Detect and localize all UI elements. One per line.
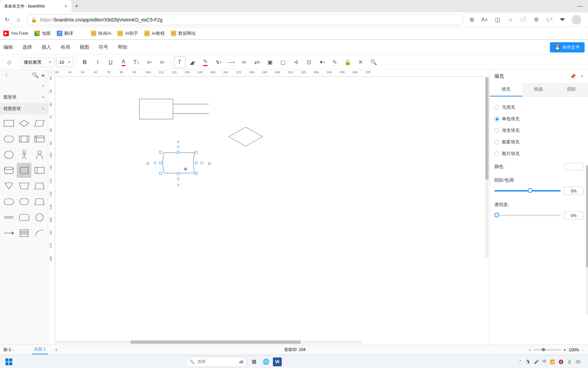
task-view-icon[interactable]: ⊞ — [248, 357, 259, 367]
zoom-out-button[interactable]: − — [528, 348, 531, 352]
url-input[interactable]: 🔒 https://boardmix.cn/app/editor/X6d2bjV… — [27, 14, 463, 25]
horizontal-scrollbar[interactable] — [56, 340, 362, 344]
menu-help[interactable]: 帮助 — [118, 44, 127, 50]
menu-select[interactable]: 选择 — [22, 44, 32, 50]
tray-mic-icon[interactable]: 🎤 — [534, 359, 539, 364]
menu-layout[interactable]: 布局 — [61, 44, 70, 50]
canvas-shape-rectangle[interactable] — [139, 99, 173, 119]
italic-icon[interactable]: I — [92, 57, 103, 68]
tray-ime-icon[interactable]: 中 — [542, 359, 546, 365]
zoom-level[interactable]: 100% — [569, 348, 579, 352]
bookmark-data-sites[interactable]: 🗀数据网址 — [171, 30, 196, 36]
page-dropdown[interactable]: 面-1 ⌄ — [3, 347, 15, 353]
fill-image-radio[interactable]: 图片填充 — [494, 148, 583, 159]
edit-icon[interactable]: ✎ — [329, 57, 341, 68]
arrow-down-icon[interactable]: ▼ — [176, 182, 181, 188]
bookmark-youtube[interactable]: ▶YouTube — [3, 31, 28, 36]
tray-time[interactable]: 20: — [575, 359, 581, 364]
send-back-icon[interactable]: ▢ — [277, 57, 289, 68]
tray-app-icon[interactable]: 🐧 — [525, 359, 530, 364]
fill-pattern-radio[interactable]: 图案填充 — [494, 136, 583, 148]
font-family-select[interactable]: 微软雅黑▼ — [21, 58, 55, 67]
text-size-icon[interactable]: Aあ — [481, 16, 488, 23]
shape-circle2[interactable] — [32, 210, 47, 225]
line-color-icon[interactable]: ✎ — [200, 57, 211, 68]
fill-solid-radio[interactable]: 单色填充 — [494, 113, 583, 125]
line-style-icon[interactable]: —▾ — [226, 57, 237, 68]
bookmark-ai-assistant[interactable]: 🗀AI助手 — [117, 30, 138, 36]
pin-icon[interactable]: 📌 — [570, 74, 576, 79]
panel-section-shapes[interactable]: 图形状× — [0, 91, 48, 103]
tab-shadow[interactable]: 阴影 — [555, 83, 588, 96]
save-button[interactable]: 💾 保存文件 — [550, 42, 585, 52]
favorite-icon[interactable]: ☆ — [507, 16, 514, 23]
search-icon[interactable]: 🔍 — [368, 57, 379, 68]
shape-card[interactable] — [32, 163, 47, 178]
page-tab[interactable]: 页面-1 — [32, 345, 48, 354]
tab-fill[interactable]: 填充 — [490, 83, 522, 96]
shape-trapezoid[interactable] — [17, 179, 31, 194]
canvas-shape-diamond[interactable] — [229, 127, 263, 146]
extension-icon[interactable]: ⊞ — [468, 16, 475, 23]
font-color-icon[interactable]: A — [118, 57, 129, 68]
canvas-shape-line[interactable] — [173, 104, 209, 104]
canvas-shape-selected[interactable]: ▲ ▼ ◀ ▶ ✥ — [161, 152, 196, 173]
bookmark-slack[interactable]: ✱ — [79, 31, 85, 36]
lock-icon[interactable]: 🔒 — [342, 57, 354, 68]
tray-overflow-icon[interactable]: ⌃ — [519, 359, 522, 364]
group-icon[interactable]: ⊡ — [303, 57, 315, 68]
shape-rectangle[interactable] — [1, 116, 16, 131]
text-box-icon[interactable]: T — [174, 57, 185, 68]
shape-internal[interactable] — [32, 132, 47, 147]
new-tab-button[interactable]: + — [71, 3, 82, 10]
shape-person[interactable] — [32, 147, 47, 162]
bookmark-ai-tutorial[interactable]: 🗀AI教程 — [144, 30, 165, 36]
fill-color-icon[interactable]: ◢▾ — [187, 57, 198, 68]
close-icon[interactable]: × — [42, 106, 45, 111]
taskbar-search[interactable]: 🔍 搜索 🏙 — [186, 357, 247, 367]
home-icon[interactable]: ⌂ — [15, 16, 22, 23]
close-icon[interactable]: × — [42, 83, 45, 89]
add-page-button[interactable]: + — [51, 347, 61, 353]
shape-arrow[interactable] — [1, 226, 16, 241]
edge-icon[interactable]: 🌐 — [261, 357, 272, 367]
panel-section-blank[interactable]: × — [0, 80, 48, 91]
search-icon[interactable]: 🔍 — [32, 72, 39, 78]
start-button[interactable] — [3, 357, 14, 367]
shape-stored-data[interactable] — [17, 163, 31, 178]
line-spacing-icon[interactable]: ≡▾ — [157, 57, 168, 68]
chevron-down-icon[interactable]: ⌄ — [582, 348, 585, 352]
shade-value[interactable]: 0% — [564, 187, 583, 195]
shape-trapezoid2[interactable] — [32, 179, 47, 194]
align-icon[interactable]: ≡▾ — [144, 57, 155, 68]
shape-circle[interactable] — [1, 147, 16, 162]
tab-line[interactable]: 线条 — [522, 83, 555, 96]
heart-icon[interactable]: ❤ — [559, 16, 566, 23]
shape-diamond[interactable] — [17, 116, 31, 131]
canvas-shape-line[interactable] — [173, 113, 209, 114]
arrow-up-icon[interactable]: ▲ — [176, 138, 181, 144]
shape-hexagon[interactable] — [17, 194, 31, 209]
color-picker[interactable] — [564, 163, 583, 170]
menu-edit[interactable]: 编辑 — [3, 44, 13, 50]
shape-parallelogram[interactable] — [32, 116, 47, 131]
zoom-slider[interactable] — [534, 349, 561, 350]
shade-slider[interactable] — [494, 190, 561, 191]
canvas[interactable]: ▲ ▼ ◀ ▶ ✥ — [55, 77, 489, 344]
reader-icon[interactable]: 📄 — [520, 16, 527, 23]
shape-rounded-rect[interactable] — [17, 210, 31, 225]
connector-icon[interactable]: ↯▾ — [213, 57, 224, 68]
line-weight-icon[interactable]: ≡▾ — [239, 57, 250, 68]
align-left-icon[interactable]: ⫷ — [290, 57, 302, 68]
shape-subprocess[interactable] — [17, 132, 31, 147]
vertical-scrollbar[interactable] — [485, 77, 489, 258]
collapse-icon[interactable]: « — [42, 72, 45, 78]
close-icon[interactable]: × — [42, 94, 45, 100]
arrow-left-icon[interactable]: ◀ — [145, 160, 149, 166]
split-icon[interactable]: ◫ — [494, 16, 501, 23]
shape-arc[interactable] — [32, 226, 47, 241]
tray-battery-icon[interactable]: 🔋 — [567, 359, 572, 364]
menu-symbol[interactable]: 符号 — [99, 44, 108, 50]
fill-gradient-radio[interactable]: 渐变填充 — [494, 125, 583, 136]
opacity-slider[interactable] — [494, 215, 561, 216]
